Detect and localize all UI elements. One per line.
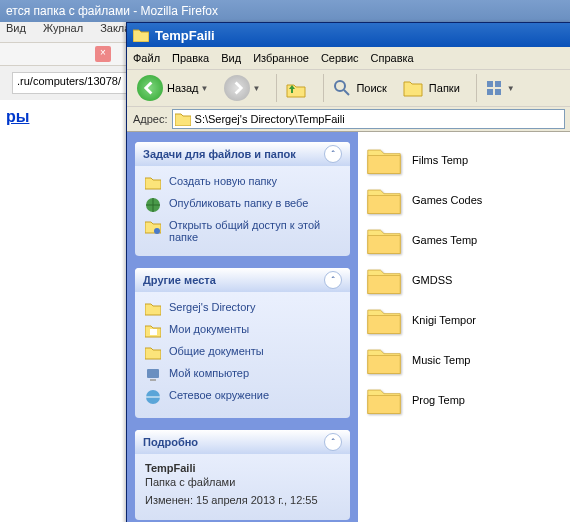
firefox-menu-journal[interactable]: Журнал (43, 22, 83, 34)
search-icon (332, 78, 352, 98)
file-item[interactable]: Knigi Tempor (358, 300, 570, 340)
explorer-addressbar: Адрес: S:\Sergej's Directory\TempFaili (127, 107, 570, 132)
file-name: Music Temp (412, 354, 470, 366)
forward-icon (224, 75, 250, 101)
place-parent[interactable]: Sergej's Directory (145, 298, 340, 320)
file-item[interactable]: GMDSS (358, 260, 570, 300)
separator (323, 74, 324, 102)
forward-button[interactable]: ▼ (220, 73, 264, 103)
computer-icon (145, 367, 161, 383)
views-button[interactable]: ▼ (481, 77, 519, 99)
file-item[interactable]: Films Temp (358, 140, 570, 180)
svg-point-0 (335, 81, 345, 91)
svg-rect-2 (495, 81, 501, 87)
menu-favorites[interactable]: Избранное (253, 52, 309, 64)
explorer-menubar: Файл Правка Вид Избранное Сервис Справка (127, 47, 570, 70)
folders-icon (403, 78, 425, 98)
views-icon (485, 79, 505, 97)
collapse-icon[interactable]: ˆ (324, 271, 342, 289)
menu-help[interactable]: Справка (371, 52, 414, 64)
menu-view[interactable]: Вид (221, 52, 241, 64)
chevron-down-icon[interactable]: ▼ (201, 84, 209, 93)
folder-icon (145, 301, 161, 317)
tab-close-icon[interactable]: × (95, 46, 111, 62)
network-icon (145, 389, 161, 405)
file-name: Games Temp (412, 234, 477, 246)
file-item[interactable]: Games Temp (358, 220, 570, 260)
chevron-down-icon[interactable]: ▼ (507, 84, 515, 93)
explorer-window: TempFaili Файл Правка Вид Избранное Серв… (126, 22, 570, 522)
svg-rect-7 (150, 329, 157, 335)
file-name: Prog Temp (412, 394, 465, 406)
place-mycomputer[interactable]: Мой компьютер (145, 364, 340, 386)
details-type: Папка с файлами (145, 476, 340, 488)
file-item[interactable]: Games Codes (358, 180, 570, 220)
up-button[interactable] (281, 75, 311, 101)
back-icon (137, 75, 163, 101)
shared-docs-icon (145, 345, 161, 361)
svg-rect-9 (150, 379, 156, 381)
chevron-down-icon[interactable]: ▼ (252, 84, 260, 93)
file-name: Games Codes (412, 194, 482, 206)
task-publish[interactable]: Опубликовать папку в вебе (145, 194, 340, 216)
search-button[interactable]: Поиск (328, 76, 390, 100)
explorer-titlebar[interactable]: TempFaili (127, 23, 570, 47)
tasks-panel: Задачи для файлов и папок ˆ Создать нову… (135, 142, 350, 256)
svg-rect-4 (495, 89, 501, 95)
place-network[interactable]: Сетевое окружение (145, 386, 340, 408)
menu-tools[interactable]: Сервис (321, 52, 359, 64)
tasks-header[interactable]: Задачи для файлов и папок ˆ (135, 142, 350, 166)
address-label: Адрес: (133, 113, 168, 125)
places-header[interactable]: Другие места ˆ (135, 268, 350, 292)
menu-file[interactable]: Файл (133, 52, 160, 64)
svg-point-6 (154, 228, 160, 234)
file-item[interactable]: Prog Temp (358, 380, 570, 420)
folders-button[interactable]: Папки (399, 76, 464, 100)
file-name: Knigi Tempor (412, 314, 476, 326)
up-folder-icon (285, 77, 307, 99)
documents-icon (145, 323, 161, 339)
file-item[interactable]: Music Temp (358, 340, 570, 380)
firefox-address-input[interactable]: .ru/computers/13078/ (12, 72, 132, 94)
firefox-menu-view[interactable]: Вид (6, 22, 26, 34)
task-share[interactable]: Открыть общий доступ к этой папке (145, 216, 340, 246)
page-link[interactable]: ры (6, 108, 29, 125)
svg-rect-3 (487, 89, 493, 95)
collapse-icon[interactable]: ˆ (324, 145, 342, 163)
svg-rect-8 (147, 369, 159, 378)
details-header[interactable]: Подробно ˆ (135, 430, 350, 454)
place-mydocs[interactable]: Мои документы (145, 320, 340, 342)
address-path: S:\Sergej's Directory\TempFaili (195, 113, 345, 125)
details-modified: Изменен: 15 апреля 2013 г., 12:55 (145, 494, 340, 506)
collapse-icon[interactable]: ˆ (324, 433, 342, 451)
file-name: GMDSS (412, 274, 452, 286)
folder-icon (175, 112, 191, 126)
folder-icon (133, 28, 149, 42)
details-name: TempFaili (145, 462, 340, 474)
globe-icon (145, 197, 161, 213)
share-icon (145, 219, 161, 235)
explorer-title: TempFaili (155, 28, 215, 43)
new-folder-icon (145, 175, 161, 191)
back-button[interactable]: Назад▼ (133, 73, 212, 103)
svg-rect-1 (487, 81, 493, 87)
separator (476, 74, 477, 102)
firefox-title: ется папка с файлами - Mozilla Firefox (0, 0, 570, 22)
place-shareddocs[interactable]: Общие документы (145, 342, 340, 364)
task-new-folder[interactable]: Создать новую папку (145, 172, 340, 194)
file-list[interactable]: Films TempGames Codes Games TempGMDSSKni… (358, 132, 570, 522)
separator (276, 74, 277, 102)
file-name: Films Temp (412, 154, 468, 166)
address-input[interactable]: S:\Sergej's Directory\TempFaili (172, 109, 565, 129)
menu-edit[interactable]: Правка (172, 52, 209, 64)
places-panel: Другие места ˆ Sergej's Directory Мои до… (135, 268, 350, 418)
explorer-sidebar: Задачи для файлов и папок ˆ Создать нову… (127, 132, 358, 522)
explorer-toolbar: Назад▼ ▼ Поиск Папки ▼ (127, 70, 570, 107)
details-panel: Подробно ˆ TempFaili Папка с файлами Изм… (135, 430, 350, 520)
